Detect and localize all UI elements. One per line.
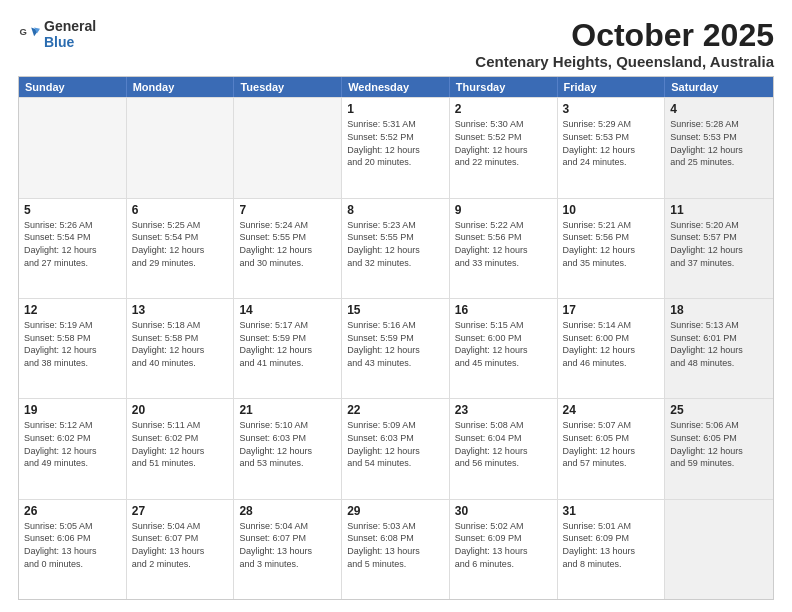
cell-info: Sunrise: 5:05 AM Sunset: 6:06 PM Dayligh… xyxy=(24,520,121,570)
calendar-cell: 1Sunrise: 5:31 AM Sunset: 5:52 PM Daylig… xyxy=(342,98,450,197)
day-number: 6 xyxy=(132,202,229,218)
day-number: 23 xyxy=(455,402,552,418)
day-number: 4 xyxy=(670,101,768,117)
cell-info: Sunrise: 5:17 AM Sunset: 5:59 PM Dayligh… xyxy=(239,319,336,369)
calendar-cell: 30Sunrise: 5:02 AM Sunset: 6:09 PM Dayli… xyxy=(450,500,558,599)
svg-text:G: G xyxy=(19,26,26,37)
calendar-cell: 5Sunrise: 5:26 AM Sunset: 5:54 PM Daylig… xyxy=(19,199,127,298)
day-number: 9 xyxy=(455,202,552,218)
calendar-cell: 10Sunrise: 5:21 AM Sunset: 5:56 PM Dayli… xyxy=(558,199,666,298)
weekday-header: Tuesday xyxy=(234,77,342,97)
calendar-row: 26Sunrise: 5:05 AM Sunset: 6:06 PM Dayli… xyxy=(19,499,773,599)
calendar-cell: 9Sunrise: 5:22 AM Sunset: 5:56 PM Daylig… xyxy=(450,199,558,298)
weekday-header: Saturday xyxy=(665,77,773,97)
cell-info: Sunrise: 5:15 AM Sunset: 6:00 PM Dayligh… xyxy=(455,319,552,369)
cell-info: Sunrise: 5:29 AM Sunset: 5:53 PM Dayligh… xyxy=(563,118,660,168)
cell-info: Sunrise: 5:22 AM Sunset: 5:56 PM Dayligh… xyxy=(455,219,552,269)
day-number: 29 xyxy=(347,503,444,519)
cell-info: Sunrise: 5:12 AM Sunset: 6:02 PM Dayligh… xyxy=(24,419,121,469)
calendar-cell: 26Sunrise: 5:05 AM Sunset: 6:06 PM Dayli… xyxy=(19,500,127,599)
cell-info: Sunrise: 5:18 AM Sunset: 5:58 PM Dayligh… xyxy=(132,319,229,369)
cell-info: Sunrise: 5:26 AM Sunset: 5:54 PM Dayligh… xyxy=(24,219,121,269)
day-number: 12 xyxy=(24,302,121,318)
day-number: 30 xyxy=(455,503,552,519)
day-number: 17 xyxy=(563,302,660,318)
day-number: 28 xyxy=(239,503,336,519)
calendar-body: 1Sunrise: 5:31 AM Sunset: 5:52 PM Daylig… xyxy=(19,97,773,599)
cell-info: Sunrise: 5:28 AM Sunset: 5:53 PM Dayligh… xyxy=(670,118,768,168)
day-number: 14 xyxy=(239,302,336,318)
day-number: 5 xyxy=(24,202,121,218)
calendar-cell: 19Sunrise: 5:12 AM Sunset: 6:02 PM Dayli… xyxy=(19,399,127,498)
calendar-row: 12Sunrise: 5:19 AM Sunset: 5:58 PM Dayli… xyxy=(19,298,773,398)
weekday-header: Wednesday xyxy=(342,77,450,97)
day-number: 21 xyxy=(239,402,336,418)
day-number: 7 xyxy=(239,202,336,218)
cell-info: Sunrise: 5:01 AM Sunset: 6:09 PM Dayligh… xyxy=(563,520,660,570)
title-block: October 2025 Centenary Heights, Queensla… xyxy=(475,18,774,70)
cell-info: Sunrise: 5:14 AM Sunset: 6:00 PM Dayligh… xyxy=(563,319,660,369)
cell-info: Sunrise: 5:23 AM Sunset: 5:55 PM Dayligh… xyxy=(347,219,444,269)
cell-info: Sunrise: 5:04 AM Sunset: 6:07 PM Dayligh… xyxy=(239,520,336,570)
cell-info: Sunrise: 5:04 AM Sunset: 6:07 PM Dayligh… xyxy=(132,520,229,570)
day-number: 19 xyxy=(24,402,121,418)
calendar-cell: 29Sunrise: 5:03 AM Sunset: 6:08 PM Dayli… xyxy=(342,500,450,599)
cell-info: Sunrise: 5:09 AM Sunset: 6:03 PM Dayligh… xyxy=(347,419,444,469)
calendar-cell: 3Sunrise: 5:29 AM Sunset: 5:53 PM Daylig… xyxy=(558,98,666,197)
cell-info: Sunrise: 5:07 AM Sunset: 6:05 PM Dayligh… xyxy=(563,419,660,469)
calendar-cell: 4Sunrise: 5:28 AM Sunset: 5:53 PM Daylig… xyxy=(665,98,773,197)
calendar-cell: 16Sunrise: 5:15 AM Sunset: 6:00 PM Dayli… xyxy=(450,299,558,398)
calendar-cell: 23Sunrise: 5:08 AM Sunset: 6:04 PM Dayli… xyxy=(450,399,558,498)
weekday-header: Thursday xyxy=(450,77,558,97)
weekday-header: Friday xyxy=(558,77,666,97)
main-title: October 2025 xyxy=(475,18,774,53)
cell-info: Sunrise: 5:10 AM Sunset: 6:03 PM Dayligh… xyxy=(239,419,336,469)
calendar-cell: 17Sunrise: 5:14 AM Sunset: 6:00 PM Dayli… xyxy=(558,299,666,398)
calendar-cell: 7Sunrise: 5:24 AM Sunset: 5:55 PM Daylig… xyxy=(234,199,342,298)
cell-info: Sunrise: 5:31 AM Sunset: 5:52 PM Dayligh… xyxy=(347,118,444,168)
day-number: 16 xyxy=(455,302,552,318)
cell-info: Sunrise: 5:03 AM Sunset: 6:08 PM Dayligh… xyxy=(347,520,444,570)
day-number: 18 xyxy=(670,302,768,318)
cell-info: Sunrise: 5:08 AM Sunset: 6:04 PM Dayligh… xyxy=(455,419,552,469)
calendar-cell: 6Sunrise: 5:25 AM Sunset: 5:54 PM Daylig… xyxy=(127,199,235,298)
day-number: 24 xyxy=(563,402,660,418)
cell-info: Sunrise: 5:19 AM Sunset: 5:58 PM Dayligh… xyxy=(24,319,121,369)
calendar-header: SundayMondayTuesdayWednesdayThursdayFrid… xyxy=(19,77,773,97)
day-number: 27 xyxy=(132,503,229,519)
page: G General Blue October 2025 Centenary He… xyxy=(0,0,792,612)
calendar-cell: 22Sunrise: 5:09 AM Sunset: 6:03 PM Dayli… xyxy=(342,399,450,498)
logo-text: General Blue xyxy=(44,18,96,50)
day-number: 15 xyxy=(347,302,444,318)
calendar-cell: 2Sunrise: 5:30 AM Sunset: 5:52 PM Daylig… xyxy=(450,98,558,197)
day-number: 1 xyxy=(347,101,444,117)
header-row: G General Blue October 2025 Centenary He… xyxy=(18,18,774,70)
day-number: 25 xyxy=(670,402,768,418)
day-number: 31 xyxy=(563,503,660,519)
logo: G General Blue xyxy=(18,18,96,50)
logo-blue: Blue xyxy=(44,34,74,50)
weekday-header: Sunday xyxy=(19,77,127,97)
day-number: 22 xyxy=(347,402,444,418)
calendar: SundayMondayTuesdayWednesdayThursdayFrid… xyxy=(18,76,774,600)
day-number: 26 xyxy=(24,503,121,519)
cell-info: Sunrise: 5:30 AM Sunset: 5:52 PM Dayligh… xyxy=(455,118,552,168)
calendar-cell: 27Sunrise: 5:04 AM Sunset: 6:07 PM Dayli… xyxy=(127,500,235,599)
cell-info: Sunrise: 5:25 AM Sunset: 5:54 PM Dayligh… xyxy=(132,219,229,269)
calendar-cell: 25Sunrise: 5:06 AM Sunset: 6:05 PM Dayli… xyxy=(665,399,773,498)
calendar-cell: 8Sunrise: 5:23 AM Sunset: 5:55 PM Daylig… xyxy=(342,199,450,298)
cell-info: Sunrise: 5:02 AM Sunset: 6:09 PM Dayligh… xyxy=(455,520,552,570)
day-number: 11 xyxy=(670,202,768,218)
calendar-cell: 21Sunrise: 5:10 AM Sunset: 6:03 PM Dayli… xyxy=(234,399,342,498)
calendar-cell xyxy=(665,500,773,599)
calendar-cell: 20Sunrise: 5:11 AM Sunset: 6:02 PM Dayli… xyxy=(127,399,235,498)
day-number: 13 xyxy=(132,302,229,318)
calendar-cell: 12Sunrise: 5:19 AM Sunset: 5:58 PM Dayli… xyxy=(19,299,127,398)
cell-info: Sunrise: 5:21 AM Sunset: 5:56 PM Dayligh… xyxy=(563,219,660,269)
cell-info: Sunrise: 5:20 AM Sunset: 5:57 PM Dayligh… xyxy=(670,219,768,269)
day-number: 20 xyxy=(132,402,229,418)
day-number: 2 xyxy=(455,101,552,117)
calendar-cell: 31Sunrise: 5:01 AM Sunset: 6:09 PM Dayli… xyxy=(558,500,666,599)
day-number: 8 xyxy=(347,202,444,218)
calendar-cell: 28Sunrise: 5:04 AM Sunset: 6:07 PM Dayli… xyxy=(234,500,342,599)
